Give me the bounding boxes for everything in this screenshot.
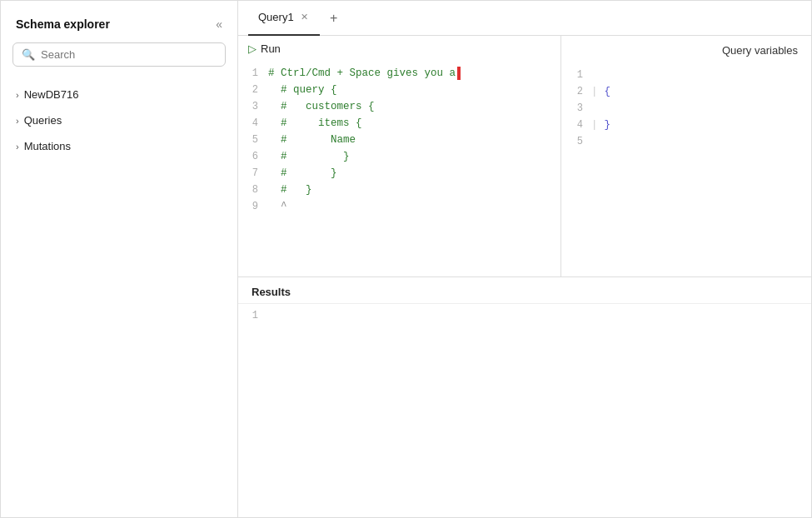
qv-content: { xyxy=(605,83,611,100)
result-line: 1 xyxy=(238,307,811,324)
line-content: ^ xyxy=(268,198,560,215)
code-line: 6 # } xyxy=(238,148,560,165)
qv-content: } xyxy=(605,117,611,133)
line-content: # items { xyxy=(268,115,560,132)
line-content: # Name xyxy=(268,132,560,148)
line-content: # customers { xyxy=(268,98,560,115)
line-content: # } xyxy=(268,182,560,198)
results-title: Results xyxy=(238,277,811,304)
caret-icon: ^ xyxy=(268,201,287,212)
sidebar-item-label-newdb716: NewDB716 xyxy=(24,88,79,101)
chevron-right-icon: › xyxy=(16,90,19,100)
line-content: # } xyxy=(268,148,560,165)
tab-label-query1: Query1 xyxy=(258,11,294,23)
results-code[interactable]: 1 xyxy=(238,304,811,518)
line-number: 8 xyxy=(238,182,268,198)
sidebar-item-newdb716[interactable]: › NewDB716 xyxy=(1,82,237,107)
sidebar-item-queries[interactable]: › Queries xyxy=(1,107,237,133)
editor-area: ▷ Run 1# Ctrl/Cmd + Space gives you a2 #… xyxy=(238,36,811,277)
search-box: 🔍 xyxy=(12,42,226,67)
line-number: 5 xyxy=(238,132,268,148)
code-editor[interactable]: 1# Ctrl/Cmd + Space gives you a2 # query… xyxy=(238,62,560,276)
results-area: Results 1 xyxy=(238,277,811,518)
code-line: 9 ^ xyxy=(238,198,560,215)
line-number: 1 xyxy=(238,65,268,82)
query-variables-title: Query variables xyxy=(561,36,811,63)
search-input[interactable] xyxy=(41,48,217,61)
result-line-number: 1 xyxy=(238,307,268,324)
line-number: 9 xyxy=(238,198,268,215)
code-line: 2 # query { xyxy=(238,82,560,98)
tab-add-button[interactable]: + xyxy=(323,7,345,29)
code-line: 4 # items { xyxy=(238,115,560,132)
sidebar-item-mutations[interactable]: › Mutations xyxy=(1,133,237,159)
tab-close-button[interactable]: ✕ xyxy=(299,11,310,23)
line-number: 2 xyxy=(238,82,268,98)
qv-line: 5 xyxy=(561,133,811,150)
qv-line-number: 1 xyxy=(561,67,591,83)
query-editor: ▷ Run 1# Ctrl/Cmd + Space gives you a2 #… xyxy=(238,36,561,276)
line-number: 3 xyxy=(238,98,268,115)
chevron-right-icon: › xyxy=(16,142,19,152)
qv-line-sep: | xyxy=(591,117,605,133)
search-icon: 🔍 xyxy=(22,48,35,61)
line-content: # } xyxy=(268,165,560,182)
run-button[interactable]: ▷ Run xyxy=(248,42,281,55)
run-label: Run xyxy=(261,42,281,55)
qv-line-number: 4 xyxy=(561,117,591,133)
code-line: 8 # } xyxy=(238,182,560,198)
run-icon: ▷ xyxy=(248,42,257,55)
line-number: 4 xyxy=(238,115,268,132)
chevron-right-icon: › xyxy=(16,116,19,126)
qv-line-sep: | xyxy=(591,83,605,100)
qv-line-number: 2 xyxy=(561,83,591,100)
line-number: 7 xyxy=(238,165,268,182)
sidebar-nav: › NewDB716 › Queries › Mutations xyxy=(1,78,237,517)
sidebar-header: Schema explorer « xyxy=(1,1,237,42)
qv-line: 2|{ xyxy=(561,83,811,100)
code-line: 5 # Name xyxy=(238,132,560,148)
sidebar-title: Schema explorer xyxy=(16,17,110,31)
code-line: 7 # } xyxy=(238,165,560,182)
query-variables-code[interactable]: 12|{34|}5 xyxy=(561,63,811,276)
qv-line: 4|} xyxy=(561,117,811,133)
code-line: 3 # customers { xyxy=(238,98,560,115)
main-content: Query1 ✕ + ▷ Run 1# Ctrl/Cmd + Space giv… xyxy=(238,1,811,517)
sidebar: Schema explorer « 🔍 › NewDB716 › Queries… xyxy=(1,1,238,517)
line-number: 6 xyxy=(238,148,268,165)
collapse-button[interactable]: « xyxy=(212,16,226,32)
run-bar: ▷ Run xyxy=(238,36,560,62)
code-line: 1# Ctrl/Cmd + Space gives you a xyxy=(238,65,560,82)
line-content: # query { xyxy=(268,82,560,98)
line-content: # Ctrl/Cmd + Space gives you a xyxy=(268,65,560,82)
tabs-bar: Query1 ✕ + xyxy=(238,1,811,36)
sidebar-item-label-mutations: Mutations xyxy=(24,140,71,152)
query-variables-panel: Query variables 12|{34|}5 xyxy=(561,36,811,276)
tab-query1[interactable]: Query1 ✕ xyxy=(248,1,320,36)
qv-line: 3 xyxy=(561,100,811,117)
sidebar-item-label-queries: Queries xyxy=(24,114,62,127)
qv-line-number: 3 xyxy=(561,100,591,117)
qv-line: 1 xyxy=(561,67,811,83)
qv-line-number: 5 xyxy=(561,133,591,150)
error-indicator xyxy=(457,67,461,80)
